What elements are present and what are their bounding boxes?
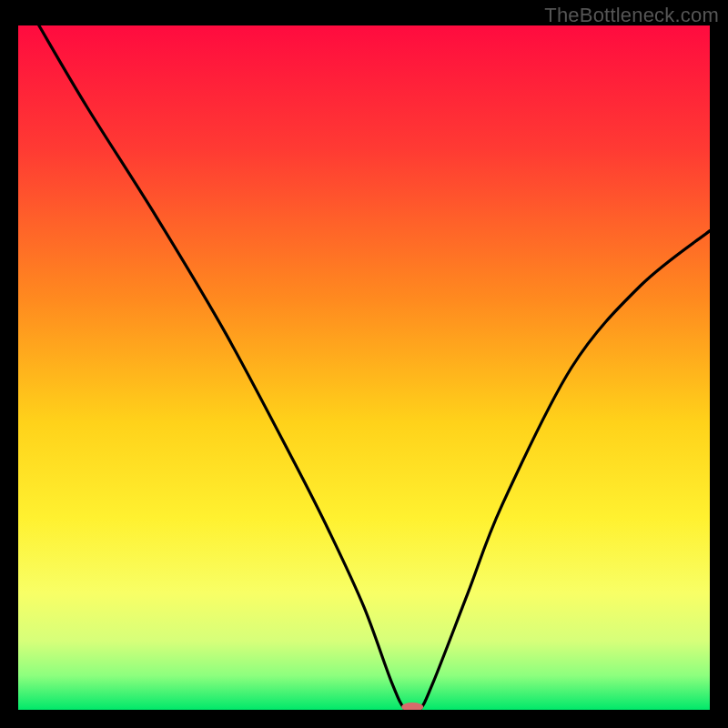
watermark-text: TheBottleneck.com [544,4,719,27]
bottleneck-chart [18,25,710,710]
chart-frame: TheBottleneck.com [0,0,728,728]
plot-area [18,25,710,710]
